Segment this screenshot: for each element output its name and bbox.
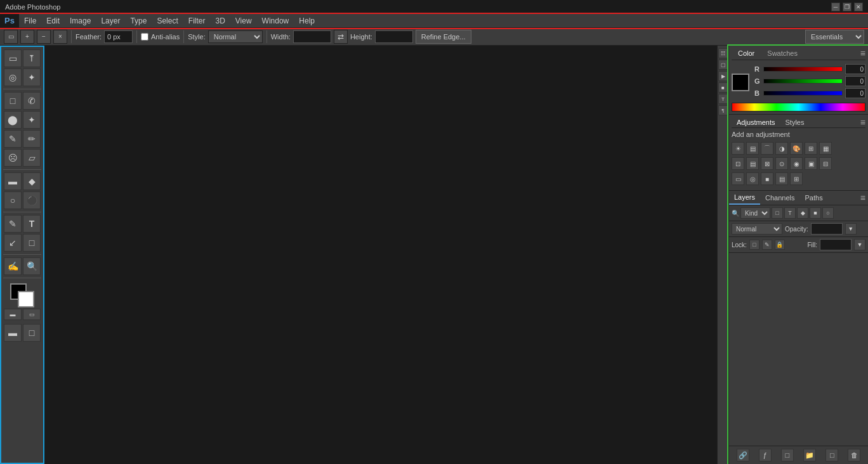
move-tool[interactable]: ⤒ [23,49,41,67]
marquee-tool[interactable]: ▭ [4,49,22,67]
menu-filter[interactable]: Filter [183,14,211,28]
layer-fx-btn[interactable]: ƒ [759,449,772,461]
frame-tool[interactable]: □ [23,324,41,342]
mini-btn-3[interactable]: ▶ [718,71,728,81]
lock-pixels-btn[interactable]: □ [749,240,760,250]
solidcolor-adj[interactable]: ■ [761,172,773,185]
tab-styles[interactable]: Styles [780,117,810,127]
menu-file[interactable]: File [19,14,41,28]
crop-tool[interactable]: □ [4,92,22,110]
history-tool[interactable]: ☹ [4,149,22,167]
path-select-tool[interactable]: ↙ [4,234,22,252]
layer-kind-select[interactable]: Kind [740,207,770,219]
mini-btn-4[interactable]: ■ [718,82,728,93]
menu-select[interactable]: Select [152,14,183,28]
hand-tool[interactable]: ✍ [4,257,22,275]
intersect-selection-btn[interactable]: × [53,30,67,44]
style-select[interactable]: Normal Fixed Ratio Fixed Size [208,30,263,43]
heal-tool[interactable]: ⬤ [4,111,22,129]
spot-tool[interactable]: ✦ [23,111,41,129]
workspace-select[interactable]: Essentials Photography Painting [805,30,864,44]
brightness-adj[interactable]: ☀ [732,142,744,155]
feather-input[interactable] [104,30,133,43]
invert-adj[interactable]: ◉ [790,157,803,170]
eyedropper-tool[interactable]: ✆ [23,92,41,110]
width-input[interactable] [293,30,331,43]
opacity-input[interactable] [811,223,843,235]
eraser-tool[interactable]: ▱ [23,149,41,167]
threshold-adj[interactable]: ⊟ [819,157,832,170]
lasso-tool[interactable]: ◎ [4,68,22,86]
menu-edit[interactable]: Edit [41,14,65,28]
close-button[interactable]: ✕ [854,3,863,11]
burn-tool[interactable]: ⚫ [23,191,41,209]
quick-mask-btn[interactable]: ▬ [4,309,22,320]
menu-help[interactable]: Help [294,14,320,28]
gradient-tool[interactable]: ▬ [4,172,22,190]
curves-adj[interactable]: ⌒ [761,142,773,155]
channelmix-adj[interactable]: ⊠ [761,157,773,170]
tab-adjustments[interactable]: Adjustments [732,117,780,127]
layer-icon-smart[interactable]: ■ [810,207,821,219]
anti-alias-checkbox[interactable] [141,33,148,41]
exposure-adj[interactable]: ◑ [775,142,788,155]
r-slider[interactable] [763,67,843,72]
colorbalance-adj[interactable]: ▦ [819,142,832,155]
adj-panel-menu[interactable]: ≡ [860,117,865,127]
dodge-tool[interactable]: ○ [4,191,22,209]
link-layers-btn[interactable]: 🔗 [737,449,749,461]
tab-paths[interactable]: Paths [800,191,828,204]
color-spectrum-bar[interactable] [732,103,865,112]
layer-icon-text[interactable]: T [784,207,796,219]
pen-tool[interactable]: ✎ [4,215,22,233]
menu-3d[interactable]: 3D [210,14,230,28]
text-tool[interactable]: T [23,215,41,233]
zoom-tool[interactable]: 🔍 [23,257,41,275]
screen-mode-btn[interactable]: ▭ [23,309,41,320]
g-slider[interactable] [763,79,843,84]
lock-all-btn[interactable]: 🔒 [775,240,785,250]
mini-btn-5[interactable]: T [718,94,728,104]
refine-edge-button[interactable]: Refine Edge... [416,30,471,44]
fill-input[interactable] [820,239,852,250]
subtract-selection-btn[interactable]: − [37,30,51,44]
vibrance-adj[interactable]: 🎨 [790,142,803,155]
new-group-btn[interactable]: 📁 [803,449,816,461]
menu-window[interactable]: Window [257,14,294,28]
minimize-button[interactable]: ─ [831,3,840,11]
gradientmap-adj[interactable]: ▭ [732,172,744,185]
b-slider[interactable] [763,91,843,96]
tab-swatches[interactable]: Swatches [761,48,804,60]
menu-view[interactable]: View [230,14,257,28]
menu-type[interactable]: Type [125,14,152,28]
tab-layers[interactable]: Layers [729,191,760,205]
layers-panel-menu[interactable]: ≡ [858,193,868,203]
tab-channels[interactable]: Channels [760,191,799,204]
mini-btn-2[interactable]: ▢ [718,60,728,70]
menu-layer[interactable]: Layer [96,14,125,28]
add-selection-btn[interactable]: + [20,30,34,44]
clone-tool[interactable]: ✏ [23,130,41,148]
swap-wh-btn[interactable]: ⇄ [334,30,348,44]
opacity-dropdown-btn[interactable]: ▼ [845,223,857,235]
restore-button[interactable]: ❐ [843,3,852,11]
g-input[interactable] [845,76,865,86]
tab-color[interactable]: Color [732,48,761,60]
photofilter-adj[interactable]: ▤ [746,157,759,170]
magic-wand-tool[interactable]: ✦ [23,68,41,86]
delete-layer-btn[interactable]: 🗑 [848,449,860,461]
blend-mode-select[interactable]: Normal Multiply Screen Overlay [732,223,782,235]
new-layer-btn[interactable]: □ [825,449,838,461]
b-input[interactable] [845,88,865,98]
lock-position-btn[interactable]: ✎ [762,240,772,250]
pattern-adj[interactable]: ⊞ [790,172,803,185]
colorlookup-adj[interactable]: ⊙ [775,157,788,170]
layer-mask-btn[interactable]: □ [781,449,794,461]
mini-btn-6[interactable]: ¶ [718,105,728,115]
levels-adj[interactable]: ▤ [746,142,759,155]
artboard-tool[interactable]: ▬ [4,324,22,342]
brush-tool[interactable]: ✎ [4,130,22,148]
color-panel-menu[interactable]: ≡ [860,48,865,60]
layer-icon-pixel[interactable]: □ [772,207,783,219]
r-input[interactable] [845,64,865,74]
